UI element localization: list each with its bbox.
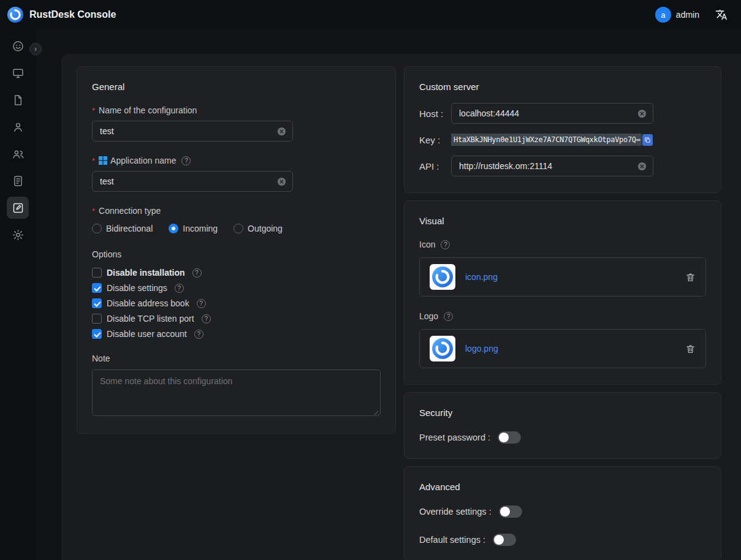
advanced-card: Advanced Override settings : Default set… bbox=[404, 466, 721, 560]
trash-icon[interactable] bbox=[685, 344, 696, 354]
note-textarea-wrap bbox=[92, 369, 381, 418]
main-area: General * Name of the configuration bbox=[36, 29, 741, 560]
name-field-group: * Name of the configuration bbox=[92, 105, 381, 142]
checkbox-label: Disable installation bbox=[107, 268, 185, 278]
header-right: a admin bbox=[655, 7, 728, 23]
key-field: HtaXBkJNHyn0e1U1jWXze7A7CN7QTGWqxkOtpaVp… bbox=[451, 132, 653, 148]
rustdesk-logo-icon bbox=[432, 267, 453, 287]
trash-icon[interactable] bbox=[685, 272, 696, 282]
help-icon[interactable]: ? bbox=[202, 314, 211, 324]
radio-circle[interactable] bbox=[234, 224, 243, 233]
checkbox-box[interactable] bbox=[92, 298, 102, 308]
icon-file-link[interactable]: icon.png bbox=[465, 272, 498, 282]
default-settings-label: Default settings : bbox=[419, 535, 485, 545]
radio-circle[interactable] bbox=[92, 224, 102, 233]
smiley-icon bbox=[12, 40, 25, 53]
default-settings-toggle[interactable] bbox=[493, 534, 516, 546]
radio-incoming[interactable]: Incoming bbox=[169, 224, 218, 233]
api-input-wrap bbox=[451, 156, 653, 176]
sidebar-item-user[interactable] bbox=[7, 116, 29, 138]
radio-label: Outgoing bbox=[248, 224, 283, 233]
radio-circle[interactable] bbox=[169, 224, 178, 233]
host-row: Host : bbox=[419, 103, 706, 124]
logo-label: Logo bbox=[419, 311, 438, 321]
radio-bidirectional[interactable]: Bidirectional bbox=[92, 224, 153, 233]
log-book-icon bbox=[12, 175, 25, 187]
options-title: Options bbox=[92, 249, 381, 259]
sidebar-item-users[interactable] bbox=[7, 143, 29, 165]
help-icon[interactable]: ? bbox=[175, 284, 184, 293]
name-input-wrap bbox=[92, 121, 293, 142]
help-icon[interactable]: ? bbox=[194, 330, 203, 339]
help-icon[interactable]: ? bbox=[181, 156, 191, 165]
icon-thumbnail bbox=[430, 264, 455, 290]
help-icon[interactable]: ? bbox=[197, 299, 206, 308]
avatar: a bbox=[655, 7, 671, 23]
host-label: Host : bbox=[419, 108, 451, 119]
checkbox-box[interactable] bbox=[92, 329, 102, 339]
checkbox-box[interactable] bbox=[92, 283, 102, 293]
visual-card: Visual Icon ? icon.png bbox=[404, 200, 721, 385]
sidebar-item-settings[interactable] bbox=[7, 224, 29, 246]
brand: RustDesk Console bbox=[7, 7, 116, 23]
custom-server-card: Custom server Host : Key : HtaXBkJNHyn0 bbox=[404, 66, 721, 193]
logo-file-link[interactable]: logo.png bbox=[465, 344, 498, 354]
api-row: API : bbox=[419, 156, 706, 176]
sidebar-item-dashboard[interactable] bbox=[7, 35, 29, 57]
logo-label-row: Logo ? bbox=[419, 311, 706, 321]
general-card: General * Name of the configuration bbox=[77, 66, 396, 434]
user-menu[interactable]: a admin bbox=[655, 7, 699, 23]
right-column: Custom server Host : Key : HtaXBkJNHyn0 bbox=[404, 66, 721, 560]
name-label-row: * Name of the configuration bbox=[92, 105, 381, 115]
note-textarea[interactable] bbox=[92, 369, 381, 416]
app-name-input-wrap bbox=[92, 171, 293, 192]
radio-outgoing[interactable]: Outgoing bbox=[234, 224, 283, 233]
clear-icon[interactable] bbox=[277, 127, 286, 136]
name-input[interactable] bbox=[100, 126, 277, 136]
logo-file-box: logo.png bbox=[419, 329, 706, 368]
clear-icon[interactable] bbox=[277, 177, 286, 186]
clear-icon[interactable] bbox=[637, 109, 647, 118]
radio-label: Bidirectional bbox=[106, 224, 153, 233]
checkbox-disable-settings[interactable]: Disable settings ? bbox=[92, 283, 381, 293]
help-icon[interactable]: ? bbox=[444, 312, 453, 321]
connection-label: Connection type bbox=[99, 206, 161, 216]
help-icon[interactable]: ? bbox=[441, 240, 450, 249]
rustdesk-logo-icon bbox=[432, 338, 453, 359]
copy-icon[interactable] bbox=[642, 134, 653, 146]
icon-label: Icon bbox=[419, 240, 435, 249]
translate-icon[interactable] bbox=[715, 9, 728, 21]
default-settings-row: Default settings : bbox=[419, 534, 706, 546]
key-label: Key : bbox=[419, 135, 451, 145]
help-icon[interactable]: ? bbox=[192, 268, 202, 278]
checkbox-disable-tcp-listen-port[interactable]: Disable TCP listen port ? bbox=[92, 314, 381, 324]
clear-icon[interactable] bbox=[637, 162, 647, 171]
sidebar-item-documents[interactable] bbox=[7, 89, 29, 111]
users-icon bbox=[12, 148, 25, 161]
checkbox-disable-address-book[interactable]: Disable address book ? bbox=[92, 298, 381, 308]
sidebar-item-devices[interactable] bbox=[7, 62, 29, 84]
app-name-label: Application name bbox=[110, 156, 176, 165]
checkbox-disable-user-account[interactable]: Disable user account ? bbox=[92, 329, 381, 339]
host-input[interactable] bbox=[459, 108, 637, 118]
sidebar-item-audit-log[interactable] bbox=[7, 170, 29, 192]
checkbox-disable-installation[interactable]: Disable installation ? bbox=[92, 268, 381, 278]
sidebar-collapse-button[interactable]: › bbox=[29, 43, 42, 55]
app-name-label-row: * Application name ? bbox=[92, 156, 381, 165]
preset-password-toggle[interactable] bbox=[498, 431, 521, 444]
logo-thumbnail bbox=[430, 336, 455, 361]
api-input[interactable] bbox=[459, 161, 637, 171]
host-input-wrap bbox=[451, 103, 653, 124]
monitor-icon bbox=[12, 67, 25, 80]
user-icon bbox=[12, 121, 25, 134]
document-icon bbox=[12, 94, 25, 107]
sidebar-item-custom-client[interactable] bbox=[7, 197, 29, 219]
checkbox-box[interactable] bbox=[92, 268, 102, 278]
required-asterisk: * bbox=[92, 106, 95, 115]
toggle-knob bbox=[499, 433, 509, 442]
checkbox-box[interactable] bbox=[92, 314, 102, 324]
checkbox-label: Disable address book bbox=[107, 298, 189, 308]
api-label: API : bbox=[419, 161, 451, 172]
override-settings-toggle[interactable] bbox=[499, 505, 522, 518]
app-name-input[interactable] bbox=[100, 176, 277, 186]
